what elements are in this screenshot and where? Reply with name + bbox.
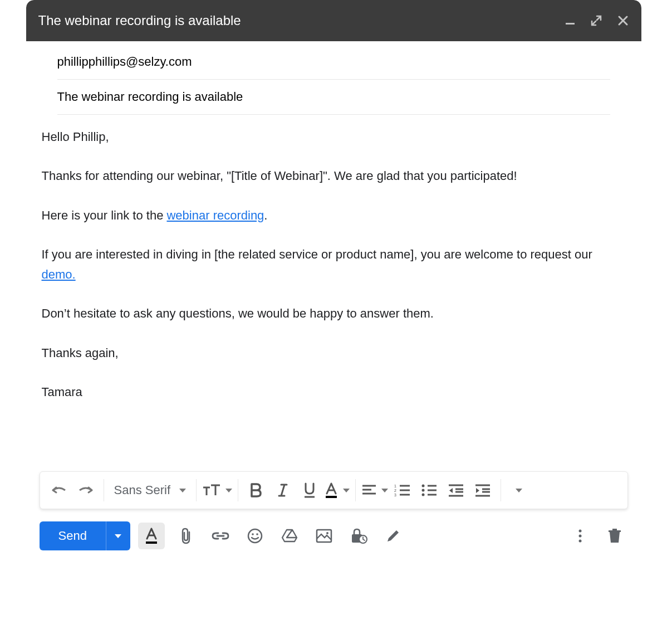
body-p3: If you are interested in diving in [the … [42, 245, 626, 285]
formatting-options-button[interactable] [138, 523, 165, 549]
body-p2: Here is your link to the webinar recordi… [42, 206, 626, 226]
drive-icon [281, 528, 298, 544]
expand-icon [590, 14, 602, 27]
body-p5: Thanks again, [42, 343, 626, 363]
bold-icon [249, 482, 263, 498]
titlebar-actions [565, 14, 629, 27]
compose-window: The webinar recording is available phill… [26, 0, 641, 564]
svg-point-34 [578, 530, 581, 533]
svg-point-14 [422, 494, 425, 496]
window-title: The webinar recording is available [38, 13, 241, 28]
font-family-label: Sans Serif [114, 483, 171, 497]
toolbar-separator [501, 479, 501, 501]
body-greeting: Hello Phillip, [42, 127, 626, 147]
more-formatting-button[interactable] [507, 478, 531, 502]
insert-signature-button[interactable] [380, 523, 406, 549]
bulleted-list-icon [421, 484, 438, 497]
close-icon [617, 14, 629, 27]
undo-button[interactable] [47, 478, 71, 502]
italic-icon [277, 482, 289, 498]
numbered-list-icon: 123 [394, 484, 411, 497]
send-options-dropdown[interactable] [106, 521, 130, 550]
indent-less-button[interactable] [444, 478, 468, 502]
svg-rect-0 [566, 23, 575, 25]
message-body[interactable]: Hello Phillip, Thanks for attending our … [26, 115, 641, 471]
body-p4: Don’t hesitate to ask any questions, we … [42, 304, 626, 324]
attach-files-button[interactable] [173, 523, 199, 549]
webinar-recording-link[interactable]: webinar recording [166, 208, 264, 222]
body-signature: Tamara [42, 382, 626, 402]
chevron-down-icon [225, 489, 232, 492]
emoji-icon [247, 528, 263, 544]
redo-icon [77, 485, 94, 496]
align-dropdown[interactable] [361, 478, 388, 502]
svg-point-35 [578, 535, 581, 538]
svg-point-28 [252, 533, 254, 535]
svg-point-13 [422, 489, 425, 492]
confidential-mode-button[interactable] [345, 523, 372, 549]
numbered-list-button[interactable]: 123 [390, 478, 415, 502]
text-color-icon [324, 482, 339, 499]
text-format-icon [144, 527, 159, 545]
trash-icon [607, 528, 622, 544]
send-button[interactable]: Send [40, 521, 106, 550]
svg-point-31 [326, 532, 328, 534]
pen-icon [385, 528, 401, 544]
subject-field[interactable]: The webinar recording is available [57, 80, 610, 115]
font-size-icon [202, 483, 221, 497]
body-p1: Thanks for attending our webinar, "[Titl… [42, 166, 626, 186]
chevron-down-icon [343, 489, 350, 492]
body-p2-pre: Here is your link to the [42, 208, 167, 222]
insert-link-button[interactable] [207, 523, 234, 549]
chevron-down-icon [516, 489, 522, 492]
discard-draft-button[interactable] [601, 523, 628, 549]
indent-more-button[interactable] [470, 478, 495, 502]
titlebar: The webinar recording is available [26, 0, 641, 41]
insert-emoji-button[interactable] [242, 523, 268, 549]
font-size-dropdown[interactable] [202, 478, 232, 502]
bold-button[interactable] [244, 478, 268, 502]
underline-icon [303, 482, 316, 499]
more-vertical-icon [577, 528, 583, 544]
body-p3-pre: If you are interested in diving in [the … [42, 247, 592, 261]
paperclip-icon [179, 527, 193, 545]
underline-button[interactable] [297, 478, 322, 502]
minimize-icon [565, 15, 576, 26]
svg-text:2: 2 [394, 489, 396, 492]
toolbar-separator [196, 479, 197, 501]
undo-icon [51, 485, 67, 496]
svg-rect-2 [326, 496, 337, 498]
svg-rect-37 [609, 530, 621, 532]
text-color-dropdown[interactable] [324, 478, 350, 502]
bulleted-list-button[interactable] [417, 478, 442, 502]
redo-button[interactable] [73, 478, 98, 502]
svg-point-27 [248, 529, 262, 543]
chevron-down-icon [115, 534, 121, 538]
bottom-action-bar: Send [26, 517, 641, 564]
more-options-button[interactable] [567, 523, 594, 549]
toolbar-separator [104, 479, 104, 501]
close-button[interactable] [617, 14, 629, 27]
minimize-button[interactable] [565, 15, 576, 26]
chevron-down-icon [179, 489, 186, 492]
svg-text:3: 3 [394, 493, 396, 497]
indent-more-icon [474, 484, 491, 497]
indent-less-icon [448, 484, 464, 497]
svg-text:1: 1 [394, 484, 396, 488]
svg-point-12 [422, 485, 425, 487]
insert-drive-button[interactable] [276, 523, 303, 549]
chevron-down-icon [381, 489, 388, 492]
insert-photo-button[interactable] [311, 523, 337, 549]
link-icon [212, 530, 229, 541]
to-field[interactable]: phillipphillips@selzy.com [57, 41, 610, 80]
send-button-group: Send [40, 521, 130, 550]
italic-button[interactable] [271, 478, 295, 502]
align-left-icon [361, 484, 377, 497]
demo-link[interactable]: demo. [42, 267, 76, 281]
body-p2-post: . [264, 208, 267, 222]
formatting-toolbar: Sans Serif 123 [40, 471, 628, 509]
font-family-dropdown[interactable]: Sans Serif [110, 478, 191, 502]
svg-point-36 [578, 540, 581, 543]
svg-rect-26 [146, 541, 157, 544]
fullscreen-button[interactable] [590, 14, 602, 27]
